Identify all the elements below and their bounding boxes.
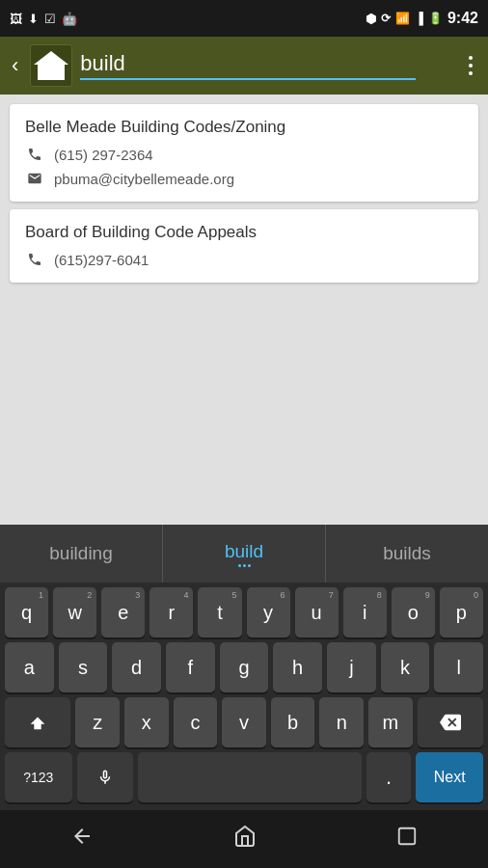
key-b[interactable]: b: [271, 697, 315, 747]
more-options-button[interactable]: [461, 52, 480, 79]
app-logo: [30, 44, 72, 87]
download-icon: ⬇: [28, 12, 39, 26]
search-input[interactable]: [80, 51, 453, 76]
battery-icon: 🔋: [428, 12, 443, 25]
phone-icon-1: [25, 145, 44, 164]
image-icon: 🖼: [10, 12, 22, 26]
result-card-1[interactable]: Belle Meade Building Codes/Zoning (615) …: [10, 104, 478, 202]
key-i[interactable]: 8i: [343, 587, 387, 637]
search-container: [80, 51, 453, 80]
main-content: ‹ Belle Meade Building Codes/Zoning: [0, 37, 488, 868]
search-underline: [80, 78, 416, 80]
keyboard-row-3: z x c v b n m: [0, 692, 488, 747]
key-l[interactable]: l: [434, 642, 483, 692]
next-button[interactable]: Next: [416, 752, 483, 802]
back-button[interactable]: ‹: [8, 49, 22, 82]
key-backspace[interactable]: [418, 697, 483, 747]
result-phone-1: (615) 297-2364: [54, 147, 153, 163]
key-w[interactable]: 2w: [53, 587, 96, 637]
result-phone-2: (615)297-6041: [54, 252, 149, 268]
svg-rect-0: [399, 828, 416, 845]
nav-bar: [0, 810, 488, 868]
email-icon-1: [25, 169, 44, 188]
key-shift[interactable]: [5, 697, 70, 747]
suggestions-bar: building build builds: [0, 525, 488, 583]
suggestion-builds[interactable]: builds: [326, 525, 488, 583]
signal-icon: ▐: [415, 12, 423, 25]
status-icons-right: ⬢ ⟳ 📶 ▐ 🔋 9:42: [366, 10, 478, 27]
result-phone-row-1[interactable]: (615) 297-2364: [25, 145, 463, 164]
key-v[interactable]: v: [222, 697, 266, 747]
key-e[interactable]: 3e: [101, 587, 145, 637]
toolbar: ‹: [0, 37, 488, 95]
key-d[interactable]: d: [112, 642, 161, 692]
result-card-2[interactable]: Board of Building Code Appeals (615)297-…: [10, 209, 478, 283]
key-space[interactable]: [138, 752, 362, 802]
suggestion-building[interactable]: building: [0, 525, 163, 583]
key-a[interactable]: a: [5, 642, 54, 692]
key-o[interactable]: 9o: [392, 587, 435, 637]
key-m[interactable]: m: [368, 697, 413, 747]
key-t[interactable]: 5t: [198, 587, 241, 637]
suggestion-build[interactable]: build: [163, 525, 326, 583]
key-n[interactable]: n: [319, 697, 364, 747]
android-icon: 🤖: [62, 12, 77, 26]
logo-inner: [34, 51, 68, 80]
keyboard-row-numbers: 1q 2w 3e 4r 5t 6y 7u 8i: [0, 583, 488, 637]
nav-back-button[interactable]: [70, 825, 94, 854]
nav-home-button[interactable]: [233, 825, 257, 854]
logo-roof: [34, 51, 68, 65]
key-f[interactable]: f: [166, 642, 215, 692]
dot1: [469, 56, 473, 60]
key-x[interactable]: x: [124, 697, 169, 747]
key-u[interactable]: 7u: [295, 587, 339, 637]
checkbox-icon: ☑: [44, 12, 56, 26]
bluetooth-icon: ⬢: [366, 12, 376, 26]
phone-icon-2: [25, 250, 44, 269]
key-k[interactable]: k: [381, 642, 430, 692]
key-g[interactable]: g: [220, 642, 269, 692]
key-symbols[interactable]: ?123: [5, 752, 72, 802]
results-area: Belle Meade Building Codes/Zoning (615) …: [0, 95, 488, 525]
rotate-icon: ⟳: [381, 12, 391, 25]
result-email-row-1[interactable]: pbuma@citybellemeade.org: [25, 169, 463, 188]
key-c[interactable]: c: [174, 697, 218, 747]
key-h[interactable]: h: [273, 642, 322, 692]
dot3: [469, 71, 473, 75]
result-title-2: Board of Building Code Appeals: [25, 223, 463, 242]
status-time: 9:42: [447, 10, 478, 27]
keyboard-row-2: a s d f g h j k l: [0, 637, 488, 692]
logo-body: [38, 65, 65, 80]
key-mic[interactable]: [77, 752, 133, 802]
key-r[interactable]: 4r: [149, 587, 193, 637]
key-s[interactable]: s: [59, 642, 108, 692]
keyboard-row-4: ?123 . Next: [0, 747, 488, 810]
key-y[interactable]: 6y: [247, 587, 290, 637]
dot2: [469, 64, 473, 68]
status-bar: 🖼 ⬇ ☑ 🤖 ⬢ ⟳ 📶 ▐ 🔋 9:42: [0, 0, 488, 37]
result-phone-row-2[interactable]: (615)297-6041: [25, 250, 463, 269]
key-j[interactable]: j: [327, 642, 376, 692]
keyboard: 1q 2w 3e 4r 5t 6y 7u 8i: [0, 583, 488, 810]
key-z[interactable]: z: [75, 697, 120, 747]
result-email-1: pbuma@citybellemeade.org: [54, 171, 234, 187]
result-title-1: Belle Meade Building Codes/Zoning: [25, 118, 463, 137]
status-icons-left: 🖼 ⬇ ☑ 🤖: [10, 12, 77, 26]
key-q[interactable]: 1q: [5, 587, 48, 637]
key-p[interactable]: 0p: [440, 587, 483, 637]
wifi-icon: 📶: [395, 12, 410, 25]
nav-recents-button[interactable]: [396, 826, 418, 853]
key-period[interactable]: .: [366, 752, 411, 802]
